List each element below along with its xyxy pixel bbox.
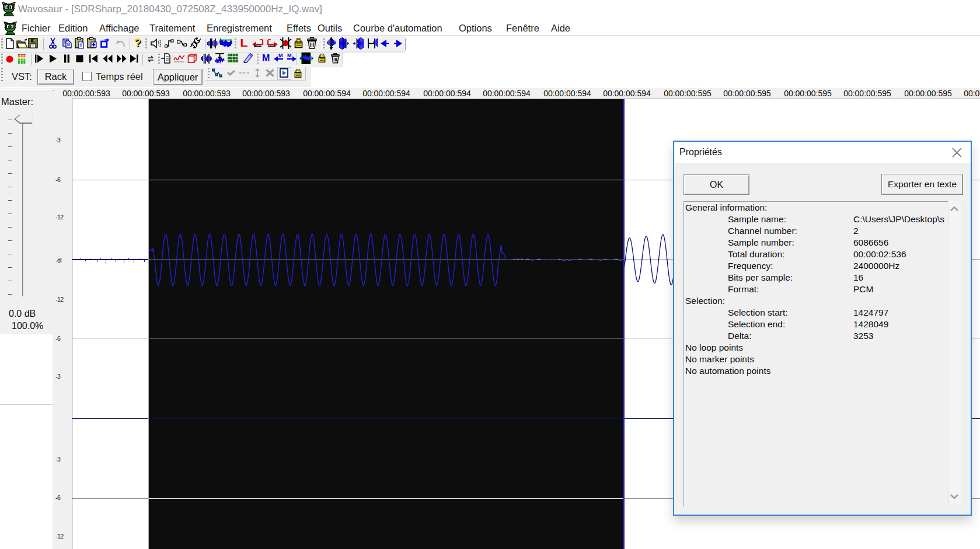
svg-text:M: M xyxy=(287,53,292,58)
svg-text:M: M xyxy=(278,53,283,58)
